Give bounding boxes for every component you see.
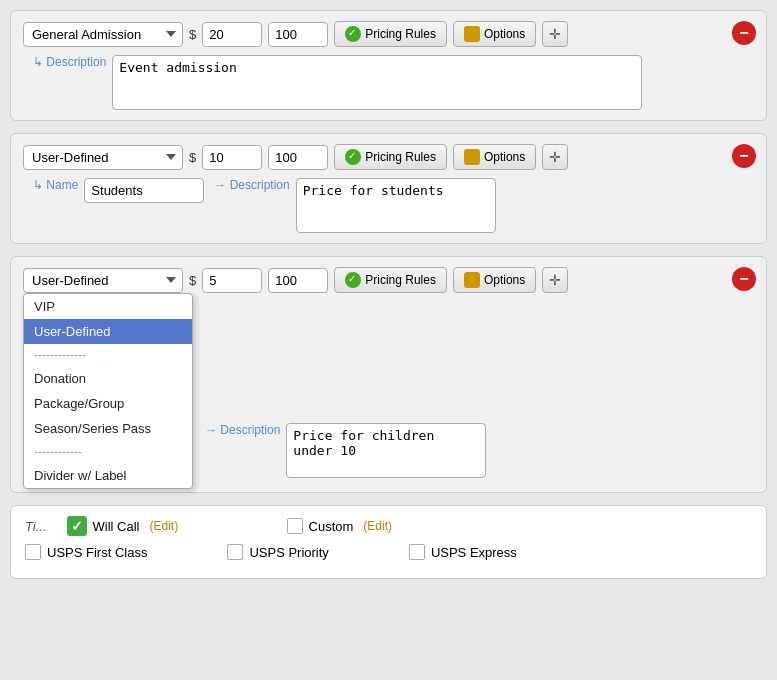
bottom-section: Ti... ✓ Will Call (Edit) Custom (Edit) U… bbox=[10, 505, 767, 579]
will-call-label[interactable]: ✓ Will Call (Edit) bbox=[67, 516, 267, 536]
usps-first-class-text: USPS First Class bbox=[47, 545, 147, 560]
will-call-check: ✓ bbox=[67, 516, 87, 536]
usps-priority-text: USPS Priority bbox=[249, 545, 328, 560]
pricing-rules-icon-3 bbox=[345, 272, 361, 288]
usps-priority-label[interactable]: USPS Priority bbox=[227, 544, 328, 560]
dropdown-item-divider[interactable]: Divider w/ Label bbox=[24, 463, 192, 488]
dropdown-item-vip[interactable]: VIP bbox=[24, 294, 192, 319]
dollar-sign-1: $ bbox=[189, 27, 196, 42]
type-select-2[interactable]: General Admission User-Defined VIP Donat… bbox=[23, 145, 183, 170]
description-input-1[interactable]: Event admission bbox=[112, 55, 642, 110]
pricing-rules-btn-3[interactable]: Pricing Rules bbox=[334, 267, 447, 293]
pricing-rules-label-1: Pricing Rules bbox=[365, 27, 436, 41]
dropdown-menu-3: VIP User-Defined ------------- Donation … bbox=[23, 293, 193, 489]
qty-input-3[interactable] bbox=[268, 268, 328, 293]
ticket-types-label: Ti... bbox=[25, 519, 47, 534]
dropdown-item-userdefined[interactable]: User-Defined bbox=[24, 319, 192, 344]
options-label-3: Options bbox=[484, 273, 525, 287]
remove-btn-1[interactable]: − bbox=[732, 21, 756, 45]
options-label-1: Options bbox=[484, 27, 525, 41]
options-icon-1 bbox=[464, 26, 480, 42]
description-input-3[interactable]: Price for children under 10 bbox=[286, 423, 486, 478]
price-input-2[interactable] bbox=[202, 145, 262, 170]
pricing-rules-icon-1 bbox=[345, 26, 361, 42]
price-input-1[interactable] bbox=[202, 22, 262, 47]
pricing-rules-label-2: Pricing Rules bbox=[365, 150, 436, 164]
description-input-2[interactable]: Price for students bbox=[296, 178, 496, 233]
shipping-row: USPS First Class USPS Priority USPS Expr… bbox=[25, 544, 752, 560]
custom-label[interactable]: Custom (Edit) bbox=[287, 518, 487, 534]
delivery-options-row: Ti... ✓ Will Call (Edit) Custom (Edit) bbox=[25, 516, 752, 536]
dropdown-item-package[interactable]: Package/Group bbox=[24, 391, 192, 416]
ticket-row-2: General Admission User-Defined VIP Donat… bbox=[10, 133, 767, 244]
move-btn-2[interactable]: ✛ bbox=[542, 144, 568, 170]
options-icon-2 bbox=[464, 149, 480, 165]
options-label-2: Options bbox=[484, 150, 525, 164]
custom-check[interactable] bbox=[287, 518, 303, 534]
type-dropdown-container-3: General Admission User-Defined VIP Donat… bbox=[23, 268, 183, 293]
dropdown-separator-2: ------------ bbox=[24, 441, 192, 463]
qty-input-2[interactable] bbox=[268, 145, 328, 170]
pricing-rules-btn-2[interactable]: Pricing Rules bbox=[334, 144, 447, 170]
ticket-row-3: General Admission User-Defined VIP Donat… bbox=[10, 256, 767, 493]
usps-express-check[interactable] bbox=[409, 544, 425, 560]
ticket-row-1: General Admission User-Defined VIP Donat… bbox=[10, 10, 767, 121]
qty-input-1[interactable] bbox=[268, 22, 328, 47]
will-call-text: Will Call bbox=[93, 519, 140, 534]
pricing-rules-btn-1[interactable]: Pricing Rules bbox=[334, 21, 447, 47]
remove-btn-3[interactable]: − bbox=[732, 267, 756, 291]
desc-arrow-2: → Description bbox=[214, 178, 289, 192]
dollar-sign-2: $ bbox=[189, 150, 196, 165]
desc-label-1: ↳ Description bbox=[33, 55, 106, 69]
move-btn-1[interactable]: ✛ bbox=[542, 21, 568, 47]
dollar-sign-3: $ bbox=[189, 273, 196, 288]
pricing-rules-icon-2 bbox=[345, 149, 361, 165]
usps-first-class-check[interactable] bbox=[25, 544, 41, 560]
options-btn-3[interactable]: Options bbox=[453, 267, 536, 293]
name-input-2[interactable] bbox=[84, 178, 204, 203]
usps-priority-check[interactable] bbox=[227, 544, 243, 560]
dropdown-separator-1: ------------- bbox=[24, 344, 192, 366]
custom-text: Custom bbox=[309, 519, 354, 534]
pricing-rules-label-3: Pricing Rules bbox=[365, 273, 436, 287]
move-btn-3[interactable]: ✛ bbox=[542, 267, 568, 293]
usps-express-label[interactable]: USPS Express bbox=[409, 544, 517, 560]
price-input-3[interactable] bbox=[202, 268, 262, 293]
custom-edit[interactable]: (Edit) bbox=[363, 519, 392, 533]
options-btn-1[interactable]: Options bbox=[453, 21, 536, 47]
options-btn-2[interactable]: Options bbox=[453, 144, 536, 170]
options-icon-3 bbox=[464, 272, 480, 288]
will-call-edit[interactable]: (Edit) bbox=[150, 519, 179, 533]
remove-btn-2[interactable]: − bbox=[732, 144, 756, 168]
desc-arrow-3: → Description bbox=[205, 423, 280, 437]
usps-first-class-label[interactable]: USPS First Class bbox=[25, 544, 147, 560]
name-label-2: ↳ Name bbox=[33, 178, 78, 192]
type-select-1[interactable]: General Admission User-Defined VIP Donat… bbox=[23, 22, 183, 47]
type-select-3[interactable]: General Admission User-Defined VIP Donat… bbox=[23, 268, 183, 293]
usps-express-text: USPS Express bbox=[431, 545, 517, 560]
dropdown-item-donation[interactable]: Donation bbox=[24, 366, 192, 391]
dropdown-item-season[interactable]: Season/Series Pass bbox=[24, 416, 192, 441]
